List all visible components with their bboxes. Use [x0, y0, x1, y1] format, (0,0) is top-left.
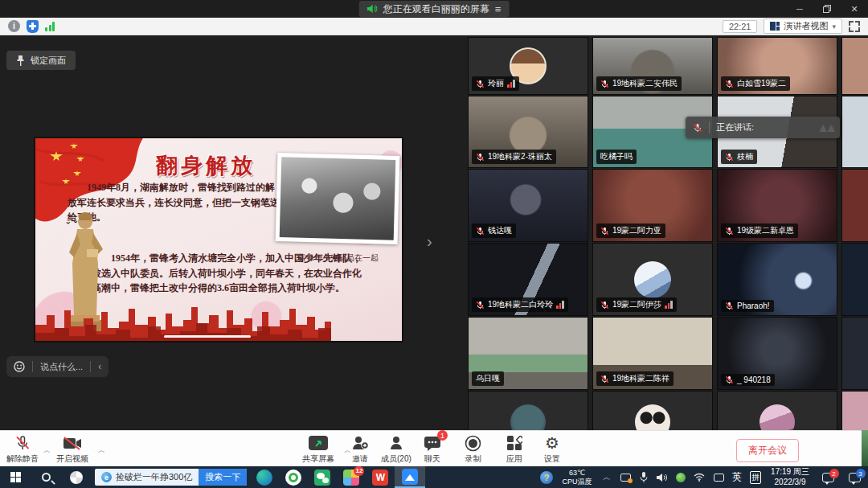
start-video-button[interactable]: 开启视频 [56, 434, 88, 465]
meeting-info-icon[interactable]: i [8, 20, 20, 32]
apps-button[interactable]: 应用 [506, 434, 522, 465]
message-tray-icon-red[interactable]: 2 [815, 466, 841, 488]
pin-view-button[interactable]: 锁定画面 [6, 51, 76, 70]
quick-chat-bar[interactable]: 说点什么... ‹ [6, 356, 108, 377]
video-tile-partial[interactable] [469, 392, 588, 430]
mic-muted-icon [725, 375, 734, 384]
settings-button[interactable]: ⚙ 设置 [544, 434, 560, 465]
chat-input-placeholder[interactable]: 说点什么... [33, 361, 90, 373]
driver-helper-icon[interactable]: ? [537, 466, 556, 488]
network-quality-icon[interactable] [45, 22, 55, 31]
wechat-app-icon[interactable] [308, 466, 337, 488]
watermark-logo: ▲▲ [817, 121, 833, 135]
video-tile-partial[interactable] [842, 392, 868, 430]
banner-menu-icon[interactable]: ≡ [495, 3, 502, 15]
display-tray-icon[interactable] [709, 466, 728, 488]
taskbar-clock[interactable]: 17:19 周三 2022/3/9 [765, 466, 815, 488]
leave-meeting-button[interactable]: 离开会议 [736, 439, 799, 462]
unmute-button[interactable]: 解除静音 [6, 434, 39, 465]
video-tile-partial[interactable] [593, 392, 712, 430]
chat-collapse-chevron[interactable]: ‹ [91, 361, 108, 372]
video-tile-partial[interactable] [842, 96, 868, 167]
avatar [760, 404, 795, 430]
browser-360-app-icon[interactable] [279, 466, 308, 488]
volume-tray-icon[interactable] [653, 466, 672, 488]
video-tile-wuriga[interactable]: 乌日嘎 [469, 318, 588, 389]
restore-button[interactable] [813, 0, 841, 18]
video-tile-qiandaga[interactable]: 钱达嘎 [469, 170, 588, 241]
taskbar-search-box[interactable]: e捡破烂一年挣300亿 搜索一下 [95, 469, 247, 486]
speaking-indicator-toast: 正在讲话: ▲▲ [686, 117, 840, 138]
video-tile-partial[interactable] [842, 244, 868, 315]
video-tile-chenxiang[interactable]: 19地科蒙二陈祥 [593, 318, 712, 389]
video-tile-partial[interactable] [718, 392, 837, 430]
start-button[interactable] [0, 466, 31, 488]
mic-muted-icon [725, 301, 734, 310]
video-options-chevron[interactable]: ︿ [98, 445, 105, 456]
video-tile-anweimin[interactable]: 19地科蒙二安伟民 [593, 38, 712, 94]
participant-name: 19蒙二阿伊莎 [612, 299, 661, 310]
wps-app-icon[interactable]: W [366, 466, 395, 488]
message-badge-red: 2 [829, 469, 839, 478]
close-button[interactable]: ✕ [841, 0, 868, 18]
tray-expand-chevron[interactable]: ︿ [598, 466, 616, 488]
taskbar-search-icon[interactable] [31, 466, 61, 488]
screenshot-tray-icon[interactable] [616, 466, 635, 488]
tim-app-icon[interactable]: 12 [337, 466, 366, 488]
fullscreen-icon[interactable] [849, 21, 860, 32]
emoji-icon[interactable] [6, 361, 32, 372]
apps-label: 应用 [506, 453, 522, 465]
participant-name: 19地科蒙二白玲玲 [488, 299, 553, 310]
video-tile-ayisha[interactable]: 19蒙二阿伊莎 [593, 244, 712, 315]
video-tile-zhulitai[interactable]: 19地科蒙2-珠丽太 [469, 96, 588, 167]
video-tile-pharaoh[interactable]: Pharaoh! [718, 244, 837, 315]
panel-expand-chevron[interactable]: › [427, 233, 432, 249]
security-tray-icon[interactable] [672, 466, 690, 488]
pinwheel-app-icon[interactable] [61, 466, 92, 488]
search-go-button[interactable]: 搜索一下 [199, 469, 247, 486]
speaker-icon [367, 4, 378, 14]
members-icon [388, 435, 404, 451]
video-tile-aliya[interactable]: 19蒙二阿力亚 [593, 170, 712, 241]
wifi-tray-icon[interactable] [690, 466, 709, 488]
network-signal-icon [507, 80, 515, 88]
participant-name: 玲丽 [488, 78, 504, 89]
video-tile-xinzhuoen[interactable]: 19级蒙二新卓恩 [718, 170, 837, 241]
language-indicator[interactable]: 英 [728, 466, 746, 488]
video-tile-partial[interactable] [842, 170, 868, 241]
video-tile-partial[interactable] [842, 318, 868, 389]
share-screen-button[interactable]: 共享屏幕 [302, 434, 334, 465]
minimize-button[interactable]: ─ [786, 0, 813, 18]
security-shield-icon[interactable] [27, 20, 39, 33]
video-tile-bailingling[interactable]: 19地科蒙二白玲玲 [469, 244, 588, 315]
settings-label: 设置 [544, 453, 560, 465]
view-mode-button[interactable]: 演讲者视图 ▾ [764, 18, 842, 34]
record-label: 录制 [465, 453, 481, 465]
meeting-content: 锁定画面 翻身解放 1949年8月，湖南解放时，雷锋找到路过的解放军连长要求当兵… [0, 35, 868, 430]
invite-label: 邀请 [352, 453, 368, 465]
message-tray-icon-blue[interactable]: 3 [841, 466, 868, 488]
participant-name: 白如雪19蒙二 [737, 78, 786, 89]
mic-options-chevron[interactable]: ︿ [43, 445, 51, 456]
share-options-chevron[interactable]: ︿ [344, 445, 351, 456]
watching-banner[interactable]: 您正在观看白丽丽的屏幕 ≡ [359, 1, 510, 17]
participant-name: 19地科蒙2-珠丽太 [488, 151, 552, 162]
video-tile-lingli[interactable]: 玲丽 [469, 38, 588, 94]
mic-tray-icon[interactable] [635, 466, 653, 488]
video-tile-940218[interactable]: _ 940218 [718, 318, 837, 389]
cpu-temp-widget[interactable]: 63℃ CPU温度 [556, 466, 598, 488]
chat-button[interactable]: 1 聊天 [424, 434, 441, 465]
members-button[interactable]: 成员(20) [381, 434, 411, 465]
meeting-app-icon[interactable] [395, 466, 425, 488]
pin-icon [16, 55, 25, 66]
edge-app-icon[interactable] [250, 466, 279, 488]
record-button[interactable]: 录制 [465, 434, 481, 465]
ime-indicator[interactable]: 拼 [746, 466, 765, 488]
search-hot-text[interactable]: 捡破烂一年挣300亿 [116, 471, 192, 483]
video-tile-partial[interactable] [842, 38, 868, 94]
video-edge-strip [862, 430, 868, 466]
invite-button[interactable]: 邀请 [351, 434, 369, 465]
window-titlebar: 您正在观看白丽丽的屏幕 ≡ ─ ✕ [0, 0, 868, 18]
mic-muted-icon [600, 301, 609, 310]
video-tile-bairuxue[interactable]: 白如雪19蒙二 [718, 38, 837, 94]
